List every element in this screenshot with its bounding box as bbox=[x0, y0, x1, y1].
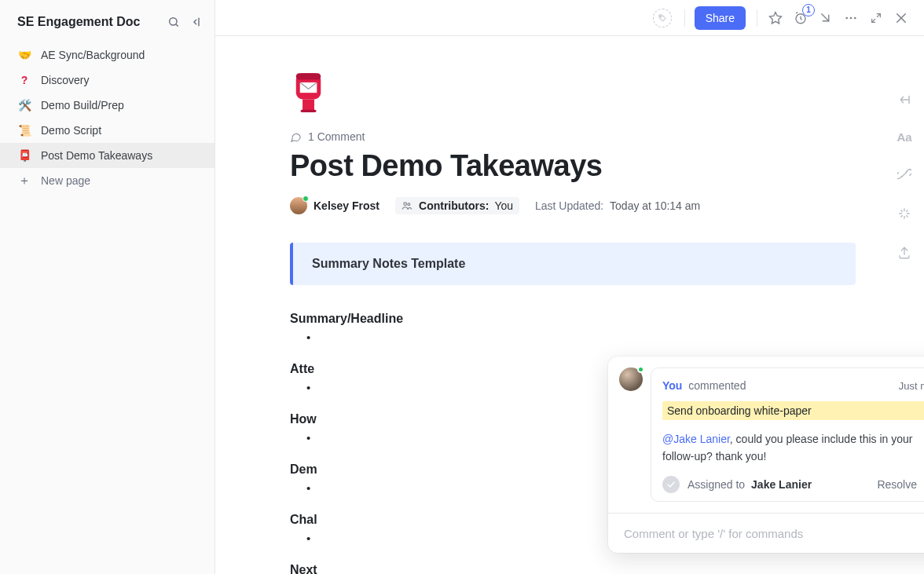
assigned-name: Jake Lanier bbox=[751, 478, 812, 491]
sidebar-nav: 🤝 AE Sync/Background ? Discovery 🛠️ Demo… bbox=[0, 42, 214, 193]
resolve-button[interactable]: Resolve bbox=[877, 478, 917, 491]
doc-title: SE Engagement Doc bbox=[17, 15, 160, 29]
sidebar-item-label: Discovery bbox=[41, 74, 89, 86]
main: Share 1 bbox=[215, 0, 924, 574]
svg-rect-10 bbox=[301, 110, 317, 112]
topbar: Share 1 bbox=[215, 0, 924, 36]
svg-point-11 bbox=[404, 203, 407, 206]
page-title: Post Demo Takeaways bbox=[290, 149, 856, 183]
page-meta: Kelsey Frost Contributors: You Last Upda… bbox=[290, 197, 856, 214]
comment-popup: You commented Just now Send onboarding w… bbox=[608, 356, 924, 553]
contributors[interactable]: Contributors: You bbox=[395, 197, 519, 214]
divider bbox=[757, 9, 757, 27]
expand-icon[interactable] bbox=[864, 6, 888, 30]
scroll-icon: 📜 bbox=[17, 124, 31, 137]
assigned-label: Assigned to bbox=[688, 478, 745, 491]
plus-icon: ＋ bbox=[17, 174, 31, 187]
section-next: Next bbox=[290, 563, 856, 574]
star-icon[interactable] bbox=[764, 6, 787, 30]
assigned-to: Assigned to Jake Lanier bbox=[688, 478, 812, 491]
svg-point-5 bbox=[854, 16, 856, 19]
sidebar-item-label: Demo Build/Prep bbox=[41, 99, 124, 112]
svg-rect-7 bbox=[296, 73, 321, 79]
tools-icon: 🛠️ bbox=[17, 99, 31, 112]
comment-icon bbox=[290, 131, 302, 143]
sidebar-item-post-demo[interactable]: 📮 Post Demo Takeaways bbox=[0, 143, 214, 168]
sidebar-new-page[interactable]: ＋ New page bbox=[0, 168, 214, 193]
tag-icon[interactable] bbox=[653, 9, 672, 27]
svg-point-4 bbox=[850, 16, 852, 19]
sidebar-item-demo-build[interactable]: 🛠️ Demo Build/Prep bbox=[0, 93, 214, 118]
empty-bullet[interactable] bbox=[291, 331, 856, 348]
sidebar-header: SE Engagement Doc bbox=[0, 5, 214, 41]
avatar bbox=[619, 367, 643, 391]
contributors-value: You bbox=[494, 199, 513, 212]
svg-point-12 bbox=[408, 203, 410, 206]
comment-author: You commented bbox=[662, 379, 746, 392]
avatar bbox=[290, 197, 307, 214]
link-icon[interactable] bbox=[896, 166, 913, 183]
last-updated: Last Updated: Today at 10:14 am bbox=[535, 199, 700, 212]
new-page-label: New page bbox=[41, 174, 90, 187]
collapse-sidebar-icon[interactable] bbox=[188, 13, 207, 31]
sidebar-item-label: AE Sync/Background bbox=[41, 49, 145, 61]
right-rail: Aa bbox=[896, 91, 913, 261]
sidebar-item-ae-sync[interactable]: 🤝 AE Sync/Background bbox=[0, 42, 214, 68]
comment-card: You commented Just now Send onboarding w… bbox=[651, 367, 924, 502]
download-icon[interactable] bbox=[814, 6, 838, 30]
sidebar-item-label: Demo Script bbox=[41, 124, 101, 137]
callout-summary-template[interactable]: Summary Notes Template bbox=[290, 243, 856, 285]
people-icon bbox=[402, 200, 412, 211]
question-icon: ? bbox=[17, 74, 31, 86]
divider bbox=[684, 9, 685, 27]
svg-point-1 bbox=[660, 16, 662, 17]
comment-time: Just now bbox=[899, 380, 924, 392]
postbox-icon: 📮 bbox=[17, 149, 31, 162]
quoted-text: Send onboarding white-paper bbox=[662, 401, 924, 420]
share-button[interactable]: Share bbox=[695, 6, 746, 30]
handshake-icon: 🤝 bbox=[17, 49, 31, 61]
comments-count[interactable]: 1 Comment bbox=[290, 130, 856, 143]
sidebar-item-label: Post Demo Takeaways bbox=[41, 149, 152, 162]
sidebar: SE Engagement Doc 🤝 AE Sync/Background ?… bbox=[0, 0, 215, 574]
comments-count-text: 1 Comment bbox=[308, 130, 365, 143]
contributors-label: Contributors: bbox=[419, 199, 489, 212]
search-icon[interactable] bbox=[164, 13, 183, 31]
sidebar-item-discovery[interactable]: ? Discovery bbox=[0, 68, 214, 93]
updated-label: Last Updated: bbox=[535, 199, 603, 212]
notification-badge: 1 bbox=[802, 4, 815, 16]
text-style-icon[interactable]: Aa bbox=[896, 130, 911, 144]
sparkle-icon[interactable] bbox=[896, 205, 913, 222]
action-commented: commented bbox=[688, 379, 746, 392]
updated-value: Today at 10:14 am bbox=[610, 199, 700, 212]
svg-point-3 bbox=[845, 16, 848, 19]
page-owner[interactable]: Kelsey Frost bbox=[290, 197, 380, 214]
check-icon bbox=[662, 476, 680, 493]
comment-input[interactable] bbox=[622, 526, 924, 541]
page-emoji-postbox[interactable] bbox=[290, 71, 331, 116]
outdent-icon[interactable] bbox=[896, 91, 913, 108]
sidebar-item-demo-script[interactable]: 📜 Demo Script bbox=[0, 118, 214, 143]
mention-link[interactable]: @Jake Lanier bbox=[662, 433, 730, 445]
author-you: You bbox=[662, 379, 682, 392]
upload-icon[interactable] bbox=[896, 244, 913, 261]
section-summary: Summary/Headline bbox=[290, 312, 856, 326]
comment-message: @Jake Lanier, could you please include t… bbox=[662, 431, 924, 465]
more-icon[interactable] bbox=[839, 6, 863, 30]
close-icon[interactable] bbox=[889, 6, 913, 30]
owner-name: Kelsey Frost bbox=[314, 199, 380, 212]
reminder-icon[interactable]: 1 bbox=[789, 6, 812, 30]
